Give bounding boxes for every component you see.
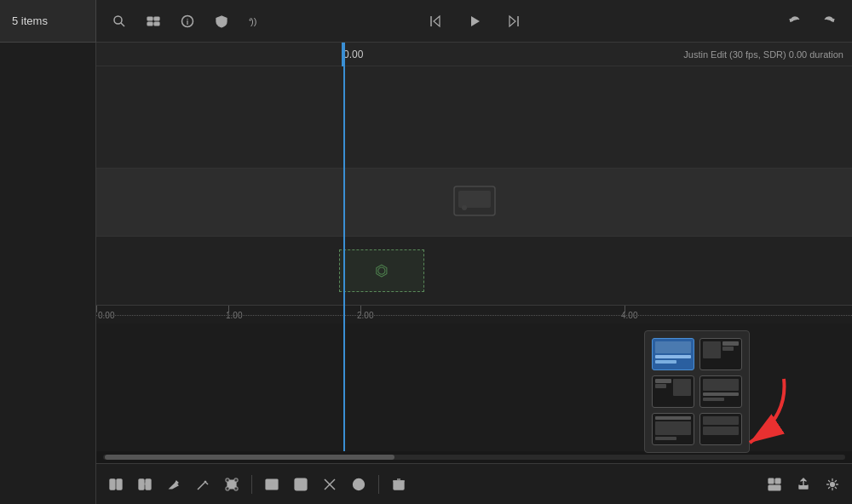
audio-track: ⏣: [96, 237, 852, 305]
edit-tool-button[interactable]: [161, 472, 187, 497]
shield-button[interactable]: [209, 9, 234, 34]
svg-rect-16: [458, 191, 491, 208]
playback-controls: [423, 9, 527, 34]
scrollbar-track[interactable]: [103, 455, 845, 460]
toolbar-divider-1: [251, 475, 252, 494]
svg-point-47: [831, 482, 835, 486]
add-audio-button[interactable]: )) +: [243, 9, 268, 34]
scrollbar-thumb[interactable]: [105, 455, 394, 460]
skip-to-end-button[interactable]: [501, 9, 527, 34]
svg-text:i: i: [187, 18, 189, 26]
add-button[interactable]: [346, 472, 371, 497]
svg-marker-11: [434, 16, 440, 26]
waveform-icon: ⏣: [375, 261, 389, 280]
grid-item-5[interactable]: [652, 413, 694, 445]
svg-rect-46: [769, 485, 780, 490]
items-count-bar: 5 items: [0, 0, 96, 43]
redo-button[interactable]: [816, 9, 842, 34]
svg-rect-27: [234, 478, 238, 482]
bottom-right-controls: [762, 472, 845, 497]
grid-item-3[interactable]: [652, 375, 694, 408]
share-button[interactable]: [791, 472, 816, 497]
left-panel: [0, 43, 96, 504]
svg-text:+: +: [249, 16, 252, 24]
edit-info-label: Justin Edit (30 fps, SDR) 0.00 duration: [683, 49, 843, 60]
svg-point-17: [462, 205, 467, 210]
bottom-toolbar: +: [96, 463, 852, 504]
clip-view-small-button[interactable]: [103, 472, 129, 497]
search-button[interactable]: [106, 9, 132, 34]
clip-view-button[interactable]: [141, 9, 166, 34]
red-arrow-indicator: [724, 375, 792, 455]
svg-rect-26: [226, 478, 229, 482]
svg-rect-33: [295, 478, 307, 490]
svg-rect-2: [147, 17, 153, 20]
info-button[interactable]: i: [175, 9, 200, 34]
skip-to-start-button[interactable]: [423, 9, 448, 34]
timecode-bar: 0.00 Justin Edit (30 fps, SDR) 0.00 dura…: [96, 43, 852, 66]
svg-rect-4: [147, 22, 153, 26]
add-track-button[interactable]: +: [132, 472, 158, 497]
svg-rect-30: [266, 479, 278, 490]
svg-rect-3: [154, 17, 159, 20]
svg-rect-5: [154, 22, 159, 26]
items-count-label: 5 items: [12, 14, 48, 27]
svg-rect-44: [769, 478, 774, 484]
ruler-line-0: [96, 306, 97, 312]
settings-button[interactable]: [820, 472, 845, 497]
svg-rect-19: [117, 479, 122, 490]
placeholder-track: [96, 169, 852, 237]
svg-marker-14: [509, 16, 515, 26]
svg-rect-45: [775, 478, 780, 484]
video-track: [96, 66, 852, 169]
timeline-ruler: 0.00 1.00 2.00 4.00: [96, 305, 852, 324]
titles-button[interactable]: [259, 472, 285, 497]
playhead-line: [343, 66, 345, 451]
svg-point-0: [114, 16, 122, 24]
delete-button[interactable]: [386, 472, 412, 497]
svg-rect-29: [234, 487, 238, 490]
timecode-label: 0.00: [343, 49, 363, 60]
grid-item-1[interactable]: [652, 338, 694, 370]
svg-rect-28: [226, 487, 229, 490]
svg-marker-12: [471, 16, 480, 26]
layout-button[interactable]: [762, 472, 787, 497]
audio-clip[interactable]: ⏣: [339, 249, 424, 292]
toolbar-divider-2: [378, 475, 379, 494]
grid-item-2[interactable]: [699, 338, 742, 370]
undo-button[interactable]: [782, 9, 808, 34]
svg-text:+: +: [143, 480, 147, 488]
svg-line-1: [121, 23, 124, 26]
play-button[interactable]: [462, 9, 487, 34]
svg-rect-39: [394, 481, 404, 490]
cut-button[interactable]: [317, 472, 343, 497]
svg-rect-18: [110, 479, 115, 490]
check-button[interactable]: [288, 472, 314, 497]
transform-button[interactable]: [219, 472, 245, 497]
main-toolbar: i )) +: [96, 0, 852, 43]
blade-tool-button[interactable]: [190, 472, 216, 497]
